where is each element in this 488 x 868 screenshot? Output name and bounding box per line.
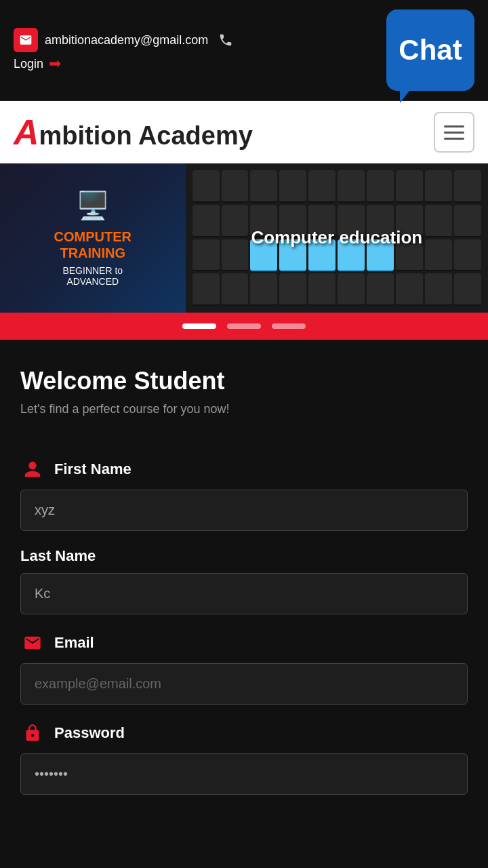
first-name-label-row: First Name [20,457,468,481]
hamburger-bar-1 [444,125,464,127]
key-highlight [250,239,277,272]
hamburger-menu-button[interactable] [434,112,474,153]
key [338,170,365,203]
email-group: Email [20,631,468,705]
key [454,205,481,237]
key-highlight [279,239,306,272]
password-label: Password [54,724,125,742]
last-name-label: Last Name [20,547,96,565]
key [192,205,220,237]
keyboard-visual [186,163,488,313]
banner-dots [0,313,488,340]
lock-icon [20,721,45,745]
key [396,273,423,306]
dot-3[interactable] [272,323,306,329]
key [250,205,277,237]
key [279,170,306,203]
computer-icon: 🖥️ [76,190,110,222]
password-input[interactable] [20,753,468,795]
key [454,170,481,203]
logo-a: A [14,113,39,152]
last-name-group: Last Name [20,547,468,614]
key [367,170,394,203]
phone-icon [215,29,237,51]
hamburger-bar-2 [444,132,464,134]
key [338,205,365,237]
email-label-row: Email [20,631,468,655]
login-label[interactable]: Login [14,57,43,71]
registration-form: First Name Last Name Email Password [0,457,488,838]
key [250,170,277,203]
chat-button[interactable]: Chat [386,9,474,91]
email-row: ambitionacademy@gmail.com [14,28,237,52]
key [396,205,423,237]
dot-2[interactable] [227,323,261,329]
key [279,273,306,306]
password-label-row: Password [20,721,468,745]
key [192,170,220,203]
key [396,239,423,272]
key [222,170,249,203]
key [308,170,336,203]
welcome-section: Welcome Student Let's find a perfect cou… [0,340,488,457]
email-label: Email [54,634,94,652]
key [454,273,481,306]
first-name-input[interactable] [20,490,468,531]
key-highlight [338,239,365,272]
key [308,205,336,237]
logo-rest: mbition Academy [39,121,253,150]
key [367,205,394,237]
key-highlight [367,239,394,272]
last-name-label-row: Last Name [20,547,468,565]
last-name-input[interactable] [20,573,468,614]
banner-slide-1: 🖥️ COMPUTERTRAINING BEGINNER toADVANCED [0,163,186,313]
key [425,205,452,237]
email-icon [14,28,38,52]
dot-1[interactable] [182,323,216,329]
key [367,273,394,306]
key [192,273,220,306]
chat-label[interactable]: Chat [399,34,462,66]
key-highlight [308,239,336,272]
welcome-title: Welcome Student [20,367,468,395]
banner-carousel: 🖥️ COMPUTERTRAINING BEGINNER toADVANCED [0,163,488,313]
key [308,273,336,306]
first-name-group: First Name [20,457,468,531]
key [396,170,423,203]
key [222,273,249,306]
key [425,273,452,306]
password-group: Password [20,721,468,795]
logo: Ambition Academy [14,112,253,153]
key [425,239,452,272]
contact-info: ambitionacademy@gmail.com Login ➡ [14,28,237,73]
key [338,273,365,306]
login-row[interactable]: Login ➡ [14,55,237,73]
login-arrow-icon[interactable]: ➡ [49,55,61,73]
email-address: ambitionacademy@gmail.com [45,33,208,47]
banner-slide-2: Computer education [186,163,488,313]
banner-subtitle: BEGINNER toADVANCED [62,265,123,287]
first-name-label: First Name [54,460,131,478]
key [425,170,452,203]
key [279,205,306,237]
top-bar: ambitionacademy@gmail.com Login ➡ Chat [0,0,488,101]
hamburger-bar-3 [444,138,464,140]
key [454,239,481,272]
key [250,273,277,306]
user-icon [20,457,45,481]
key [222,205,249,237]
banner-title: COMPUTERTRAINING [54,229,131,261]
email-field-icon [20,631,45,655]
key [192,239,220,272]
navbar: Ambition Academy [0,101,488,163]
key [222,239,249,272]
email-input[interactable] [20,663,468,705]
welcome-subtitle: Let's find a perfect course for you now! [20,402,468,416]
